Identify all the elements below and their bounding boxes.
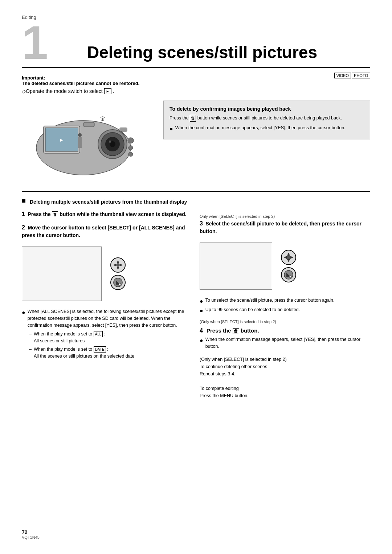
to-delete-title: To delete by confirming images being pla… xyxy=(170,106,364,112)
bullet-dot-4: ● xyxy=(200,308,203,314)
steps-section: 1 Press the 🗑 button while the thumbnail… xyxy=(22,211,370,399)
svg-point-15 xyxy=(128,152,133,156)
svg-point-14 xyxy=(128,146,133,150)
step2-sub-text-2: When the play mode is set to DATE :All t… xyxy=(34,346,134,360)
main-content: ▶ xyxy=(22,101,370,184)
bullet-dot-5: ● xyxy=(200,338,203,343)
dpad-container-1 xyxy=(110,257,126,290)
bullet-dot-1: ● xyxy=(170,126,173,132)
thumbnail-screen-2 xyxy=(200,243,272,290)
svg-point-25 xyxy=(119,283,121,285)
step3-bullet-text-1: To unselect the scene/still picture, pre… xyxy=(205,297,335,304)
to-delete-text1: Press the 🗑 button while scenes or still… xyxy=(170,115,342,121)
svg-marker-20 xyxy=(113,264,116,266)
step3-bullet-2: ● Up to 99 scenes can be selected to be … xyxy=(200,306,370,314)
svg-marker-21 xyxy=(120,264,123,266)
step4-bullet-1: ● When the confirmation message appears,… xyxy=(200,336,370,350)
step2-text: Move the cursor button to select [SELECT… xyxy=(22,225,185,238)
photo-badge: PHOTO xyxy=(352,73,370,78)
date-badge: DATE xyxy=(94,346,106,353)
step-3: Only when [SELECT] is selected in step 2… xyxy=(200,214,370,314)
dpad-up-down-icon xyxy=(110,257,126,273)
svg-marker-26 xyxy=(287,253,290,256)
step3-note: Only when [SELECT] is selected in step 2… xyxy=(200,214,370,219)
black-bullet-icon xyxy=(22,199,25,203)
step1-text: Press the 🗑 button while the thumbnail v… xyxy=(28,211,187,217)
svg-text:🗑: 🗑 xyxy=(100,115,106,122)
operate-label: ◇Operate the mode switch to select xyxy=(22,88,103,94)
step2-sub-2: – When the play mode is set to DATE :All… xyxy=(29,346,189,360)
dpad-up-down-icon-2 xyxy=(281,250,296,265)
svg-marker-27 xyxy=(287,259,290,262)
step4-number: 4 xyxy=(200,327,203,334)
bullet-dot-2: ● xyxy=(22,310,25,315)
chapter-number: 1 xyxy=(22,21,87,64)
continuing-note-1: (Only when [SELECT] is selected in step … xyxy=(200,356,370,363)
important-text: The deleted scenes/still pictures cannot… xyxy=(22,81,370,86)
continuing-note-3: Repeat steps 3-4. xyxy=(200,370,370,378)
svg-marker-29 xyxy=(290,256,293,259)
step2-number: 2 xyxy=(22,224,25,231)
svg-rect-10 xyxy=(83,122,94,127)
footer-left: 72 VQT1N45 xyxy=(22,529,40,539)
step2-visual xyxy=(22,243,189,305)
steps-left: 1 Press the 🗑 button while the thumbnail… xyxy=(22,211,189,399)
camera-image: ▶ xyxy=(22,101,145,180)
step1-number: 1 xyxy=(22,211,25,217)
camera-svg: ▶ xyxy=(22,101,145,180)
page: Editing 1 Deleting scenes/still pictures… xyxy=(0,0,392,554)
step4-bullet-text-1: When the confirmation message appears, s… xyxy=(205,336,370,350)
right-col: To delete by confirming images being pla… xyxy=(163,101,370,184)
cursor-svg xyxy=(113,277,123,288)
step3-text: Select the scene/still picture to be del… xyxy=(200,221,362,234)
header-section: Editing 1 Deleting scenes/still pictures xyxy=(22,0,370,68)
step1-content: 1 Press the 🗑 button while the thumbnail… xyxy=(22,211,189,218)
video-badge: VIDEO xyxy=(334,73,351,78)
period: . xyxy=(113,88,114,94)
svg-marker-19 xyxy=(117,267,119,270)
thumbnail-screen-1 xyxy=(22,247,102,301)
continuing-note-4: To complete editing xyxy=(200,385,370,392)
dpad-cursor-icon xyxy=(110,275,126,290)
svg-marker-18 xyxy=(117,260,119,263)
svg-point-30 xyxy=(287,256,290,259)
step4-text: Press the 🗑 button. xyxy=(207,327,259,334)
step2-content: 2 Move the cursor button to select [SELE… xyxy=(22,224,189,308)
footer: 72 VQT1N45 xyxy=(22,529,370,539)
svg-rect-4 xyxy=(78,137,82,148)
svg-text:▶: ▶ xyxy=(60,138,63,142)
to-delete-box: To delete by confirming images being pla… xyxy=(163,101,370,139)
svg-rect-12 xyxy=(120,128,127,131)
page-number: 72 xyxy=(22,529,40,535)
step-1: 1 Press the 🗑 button while the thumbnail… xyxy=(22,211,189,218)
page-title: Deleting scenes/still pictures xyxy=(87,43,317,62)
important-title: Important: xyxy=(22,75,370,81)
step1-row: 1 Press the 🗑 button while the thumbnail… xyxy=(22,211,189,218)
all-badge: ALL xyxy=(94,331,103,337)
dpad-cross-icon xyxy=(113,260,123,270)
bullet-dot-3: ● xyxy=(200,298,203,304)
dpad-container-2 xyxy=(281,250,296,282)
header-row: Editing 1 Deleting scenes/still pictures xyxy=(22,15,317,67)
step-4: (Only when [SELECT] is selected in step … xyxy=(200,319,370,350)
steps-right: Only when [SELECT] is selected in step 2… xyxy=(200,211,370,399)
dpad-cross-icon-2 xyxy=(283,252,294,263)
to-delete-text: Press the 🗑 button while scenes or still… xyxy=(170,115,364,132)
section-title: Deleting multiple scenes/still pictures … xyxy=(22,199,370,205)
svg-marker-28 xyxy=(284,256,287,259)
step2-bullet-1: ● When [ALL SCENES] is selected, the fol… xyxy=(22,308,189,329)
play-icon: ► xyxy=(104,88,111,94)
important-section: Important: The deleted scenes/still pict… xyxy=(22,75,370,94)
header-right: Deleting scenes/still pictures xyxy=(87,43,317,67)
to-delete-bullet: ● When the confirmation message appears,… xyxy=(170,125,364,132)
step2-row: 2 Move the cursor button to select [SELE… xyxy=(22,224,189,308)
step4-title: 4 Press the 🗑 button. xyxy=(200,327,370,334)
continuing-note-5: Press the MENU button. xyxy=(200,392,370,399)
svg-point-22 xyxy=(116,263,120,267)
step4-note: (Only when [SELECT] is selected in step … xyxy=(200,319,370,324)
continuing-note-2: To continue deleting other scenes xyxy=(200,363,370,370)
step3-visual xyxy=(200,239,370,293)
step-2: 2 Move the cursor button to select [SELE… xyxy=(22,224,189,359)
section-title-text: Deleting multiple scenes/still pictures … xyxy=(30,199,187,205)
step2-sub-text-1: When the play mode is set to ALL :All sc… xyxy=(34,331,105,345)
